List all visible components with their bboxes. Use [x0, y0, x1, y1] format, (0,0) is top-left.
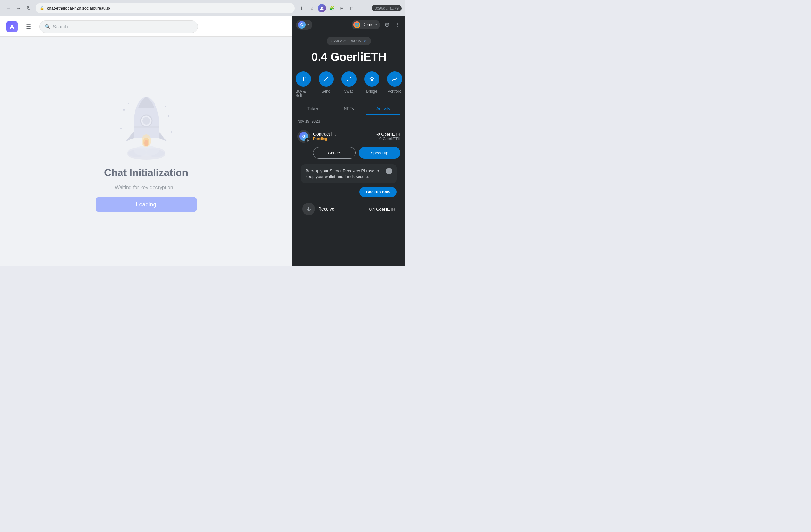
browser-actions: ⬇ ☆ 🧩 ⊟ ⊡ ⋮: [297, 4, 366, 13]
mm-receive-amount: 0.4 GoerliETH: [369, 207, 395, 212]
mm-more-button[interactable]: ⋮: [393, 20, 402, 29]
search-placeholder: Search: [53, 24, 68, 29]
mm-action-swap[interactable]: Swap: [341, 71, 357, 98]
page-title: Chat Initialization: [104, 167, 188, 178]
lock-icon: 🔒: [40, 6, 44, 11]
mm-balance-amount: 0.4 GoerliETH: [292, 50, 406, 64]
mm-swap-icon: [341, 71, 357, 87]
mm-network-icon: 🌐: [353, 21, 361, 28]
reload-button[interactable]: ↻: [24, 4, 33, 13]
mm-receive-info: Receive: [318, 206, 366, 212]
mm-header: G ▾ 🌐 Demo ▾ ⋮: [292, 16, 406, 33]
mm-speedup-button[interactable]: Speed up: [359, 147, 401, 158]
mm-tx-amounts: -0 GoerliETH -0 GoerliETH: [376, 132, 400, 141]
search-bar[interactable]: 🔍 Search: [39, 20, 198, 33]
hamburger-button[interactable]: ☰: [23, 21, 34, 32]
mm-network-selector[interactable]: 🌐 Demo ▾: [352, 20, 380, 30]
mm-cancel-button[interactable]: Cancel: [313, 147, 356, 158]
svg-point-13: [168, 115, 169, 117]
mm-address-browser: 0x96d....aC79: [371, 5, 402, 12]
tab-nfts[interactable]: NFTs: [332, 103, 366, 115]
mm-address-pill[interactable]: 0x96d71...faC79 ⧉: [327, 37, 371, 45]
mm-tx-info: Contract i... Pending: [313, 131, 373, 141]
mm-tx-amount2: -0 GoerliETH: [376, 137, 400, 141]
mm-tx-actions: Cancel Speed up: [297, 146, 400, 162]
mm-swap-label: Swap: [344, 89, 353, 94]
user-avatar[interactable]: [318, 4, 326, 12]
mm-tabs: Tokens NFTs Activity: [297, 103, 400, 115]
mm-account-circle: G: [298, 21, 306, 29]
svg-line-19: [305, 78, 306, 78]
mm-address-text: 0x96d71...faC79: [331, 39, 362, 44]
mm-account-chevron: ▾: [307, 23, 309, 26]
nav-buttons: ← → ↻: [4, 4, 33, 13]
mm-tx-icon: G: [297, 130, 310, 143]
mm-send-icon: [319, 71, 334, 87]
mm-bridge-icon: [364, 71, 380, 87]
tab-activity[interactable]: Activity: [366, 103, 400, 115]
menu-button[interactable]: ⋮: [357, 4, 366, 13]
svg-point-7: [142, 117, 150, 125]
mm-backup-text: Backup your Secret Recovery Phrase to ke…: [306, 168, 383, 179]
back-button[interactable]: ←: [4, 4, 13, 13]
loading-button: Loading: [95, 197, 197, 212]
app-panel: ☰ 🔍 Search: [0, 16, 292, 266]
main-content: ☰ 🔍 Search: [0, 16, 406, 266]
mm-action-send[interactable]: Send: [319, 71, 334, 98]
mm-account-badge[interactable]: G ▾: [296, 20, 312, 30]
extensions-button[interactable]: 🧩: [327, 4, 336, 13]
url-text: chat-ethglobal-n2n.socialbureau.io: [47, 6, 110, 11]
sidebar-button[interactable]: ⊟: [337, 4, 346, 13]
metamask-panel: G ▾ 🌐 Demo ▾ ⋮: [292, 16, 406, 266]
mm-actions-row: Buy & Sell Send Swap: [292, 69, 406, 103]
svg-point-20: [371, 79, 372, 80]
mm-transaction-item[interactable]: G Contract i... Pending -0 GoerliETH -0 …: [297, 127, 400, 146]
page-subtitle: Waiting for key decryption...: [115, 185, 178, 190]
mm-backup-btn-row: Backup now: [297, 186, 400, 200]
bookmark-button[interactable]: ☆: [307, 4, 316, 13]
mm-send-label: Send: [321, 89, 330, 94]
mm-action-buy-sell[interactable]: Buy & Sell: [296, 71, 311, 98]
svg-point-10: [144, 140, 148, 146]
svg-rect-11: [134, 126, 159, 128]
mm-backup-button[interactable]: Backup now: [359, 187, 397, 197]
mm-buy-sell-icon: [296, 71, 311, 87]
profile-button[interactable]: ⊡: [348, 4, 356, 13]
mm-network-chevron: ▾: [376, 23, 377, 26]
app-logo: [6, 21, 18, 32]
mm-balance: 0.4 GoerliETH: [292, 48, 406, 69]
mm-tx-amount1: -0 GoerliETH: [376, 132, 400, 137]
mm-info-icon: i: [386, 168, 392, 174]
svg-point-17: [165, 106, 166, 107]
mm-action-portfolio[interactable]: Portfolio: [387, 71, 402, 98]
mm-portfolio-label: Portfolio: [387, 89, 401, 94]
mm-copy-icon: ⧉: [364, 39, 366, 44]
mm-tx-status: Pending: [313, 137, 373, 141]
mm-network-label: Demo: [362, 22, 373, 27]
mm-global-button[interactable]: [383, 20, 392, 29]
forward-button[interactable]: →: [14, 4, 23, 13]
mm-action-bridge[interactable]: Bridge: [364, 71, 380, 98]
svg-point-16: [128, 103, 129, 104]
tab-tokens[interactable]: Tokens: [297, 103, 332, 115]
mm-receive-name: Receive: [318, 206, 366, 212]
mm-portfolio-icon: [387, 71, 402, 87]
svg-point-12: [123, 109, 125, 111]
mm-address-bar: 0x96d71...faC79 ⧉: [292, 33, 406, 48]
mm-date-label: Nov 19, 2023: [297, 119, 400, 124]
download-button[interactable]: ⬇: [297, 4, 306, 13]
svg-point-14: [120, 128, 122, 129]
rocket-illustration: [114, 91, 178, 160]
svg-marker-1: [10, 24, 15, 29]
svg-point-15: [171, 131, 172, 132]
search-icon: 🔍: [45, 24, 50, 29]
mm-bridge-label: Bridge: [366, 89, 377, 94]
svg-point-5: [134, 146, 159, 156]
mm-tx-name: Contract i...: [313, 131, 373, 137]
address-bar[interactable]: 🔒 chat-ethglobal-n2n.socialbureau.io: [35, 3, 295, 13]
mm-buy-sell-label: Buy & Sell: [296, 89, 311, 98]
mm-receive-item[interactable]: Receive 0.4 GoerliETH: [297, 200, 400, 218]
mm-receive-icon: [302, 203, 315, 215]
app-header: ☰ 🔍 Search: [0, 16, 292, 37]
mm-tx-badge: [305, 138, 311, 143]
